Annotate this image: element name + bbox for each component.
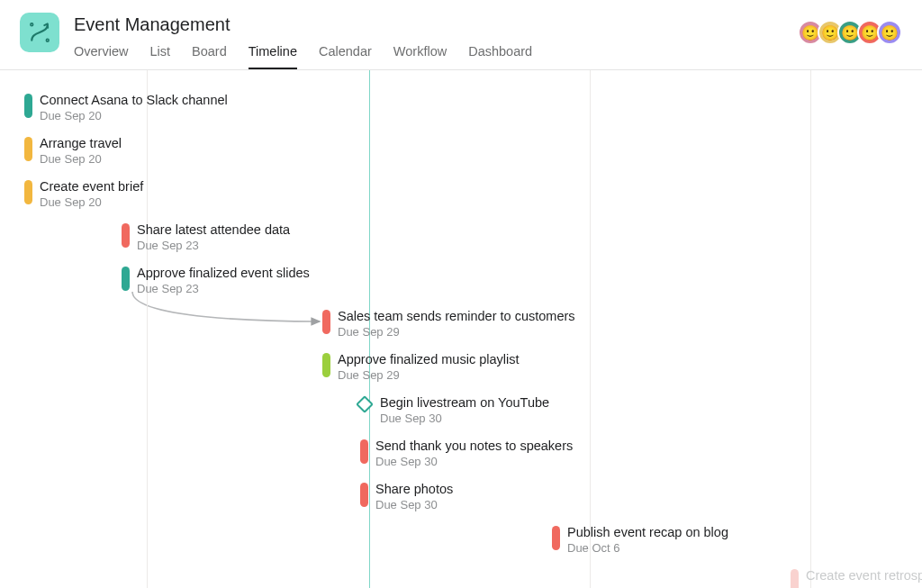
task-title: Create event retrosp	[806, 567, 922, 584]
task-text: Approve finalized event slidesDue Sep 23	[137, 265, 310, 297]
svg-point-0	[31, 23, 33, 26]
task-text: Approve finalized music playlistDue Sep …	[338, 351, 519, 384]
timeline-task[interactable]: Create event briefDue Sep 20	[24, 178, 143, 211]
task-pill	[24, 180, 32, 204]
timeline-task[interactable]: Begin livestream on YouTubeDue Sep 30	[358, 394, 549, 427]
task-due: Due Oct 6	[567, 541, 728, 556]
task-pill	[322, 310, 330, 334]
milestone-icon	[356, 395, 374, 413]
task-text: Sales team sends reminder to customersDu…	[338, 308, 575, 340]
task-due: Due Sep 20	[40, 195, 143, 211]
task-title: Share photos	[375, 481, 453, 498]
timeline-task[interactable]: Connect Asana to Slack channelDue Sep 20	[24, 92, 228, 124]
task-title: Arrange travel	[40, 135, 122, 152]
tab-workflow[interactable]: Workflow	[393, 44, 447, 69]
task-title: Publish event recap on blog	[567, 524, 728, 541]
tabs: OverviewListBoardTimelineCalendarWorkflo…	[74, 44, 532, 69]
task-due: Due Sep 30	[375, 498, 453, 513]
tab-timeline[interactable]: Timeline	[249, 44, 297, 69]
task-text: Create event briefDue Sep 20	[40, 178, 143, 211]
timeline-task[interactable]: Sales team sends reminder to customersDu…	[322, 308, 575, 340]
task-due: Due Sep 23	[137, 239, 290, 254]
task-text: Connect Asana to Slack channelDue Sep 20	[40, 92, 228, 124]
task-text: Share photosDue Sep 30	[375, 481, 453, 513]
task-pill	[552, 526, 560, 550]
tab-dashboard[interactable]: Dashboard	[468, 44, 532, 69]
timeline-task[interactable]: Publish event recap on blogDue Oct 6	[552, 524, 728, 556]
avatar-stack[interactable]: 🙂🙂🙂🙂🙂	[803, 20, 902, 45]
task-pill	[24, 137, 32, 161]
task-pill	[360, 439, 368, 464]
task-pill	[122, 223, 130, 248]
task-text: Create event retrosp	[806, 567, 922, 584]
timeline-task[interactable]: Approve finalized music playlistDue Sep …	[322, 351, 519, 384]
task-due: Due Sep 20	[40, 109, 228, 124]
timeline-task[interactable]: Create event retrosp	[791, 567, 922, 588]
tab-overview[interactable]: Overview	[74, 44, 128, 69]
task-text: Publish event recap on blogDue Oct 6	[567, 524, 728, 556]
gridline	[147, 70, 148, 588]
gridline	[590, 70, 591, 588]
task-pill	[791, 569, 799, 588]
task-title: Approve finalized music playlist	[338, 351, 519, 368]
header: Event Management OverviewListBoardTimeli…	[0, 0, 922, 70]
task-title: Send thank you notes to speakers	[375, 438, 573, 455]
avatar[interactable]: 🙂	[877, 20, 902, 45]
timeline-task[interactable]: Share photosDue Sep 30	[360, 481, 453, 513]
task-title: Share latest attendee data	[137, 222, 290, 239]
task-title: Begin livestream on YouTube	[380, 394, 549, 412]
tab-list[interactable]: List	[149, 44, 170, 69]
gridline	[810, 70, 811, 588]
task-pill	[122, 267, 130, 291]
project-icon[interactable]	[20, 13, 59, 52]
task-text: Arrange travelDue Sep 20	[40, 135, 122, 167]
task-title: Create event brief	[40, 178, 143, 195]
task-due: Due Sep 23	[137, 282, 310, 297]
timeline-canvas[interactable]: Connect Asana to Slack channelDue Sep 20…	[0, 70, 922, 588]
timeline-task[interactable]: Approve finalized event slidesDue Sep 23	[122, 265, 310, 297]
task-due: Due Sep 20	[40, 152, 122, 167]
task-due: Due Sep 29	[338, 368, 519, 384]
task-due: Due Sep 30	[375, 455, 573, 470]
task-pill	[322, 353, 330, 377]
timeline-task[interactable]: Send thank you notes to speakersDue Sep …	[360, 438, 573, 470]
header-main: Event Management OverviewListBoardTimeli…	[74, 13, 532, 69]
timeline-task[interactable]: Arrange travelDue Sep 20	[24, 135, 122, 167]
curve-arrow-icon	[27, 20, 52, 45]
task-text: Begin livestream on YouTubeDue Sep 30	[380, 394, 549, 427]
task-pill	[360, 483, 368, 507]
tab-calendar[interactable]: Calendar	[319, 44, 372, 69]
task-title: Approve finalized event slides	[137, 265, 310, 282]
project-title: Event Management	[74, 14, 532, 35]
task-title: Sales team sends reminder to customers	[338, 308, 575, 325]
svg-point-1	[46, 39, 49, 41]
task-pill	[24, 94, 32, 118]
tab-board[interactable]: Board	[192, 44, 227, 69]
timeline-task[interactable]: Share latest attendee dataDue Sep 23	[122, 222, 290, 254]
task-text: Send thank you notes to speakersDue Sep …	[375, 438, 573, 470]
task-text: Share latest attendee dataDue Sep 23	[137, 222, 290, 254]
task-due: Due Sep 29	[338, 325, 575, 340]
task-title: Connect Asana to Slack channel	[40, 92, 228, 109]
task-due: Due Sep 30	[380, 412, 549, 427]
